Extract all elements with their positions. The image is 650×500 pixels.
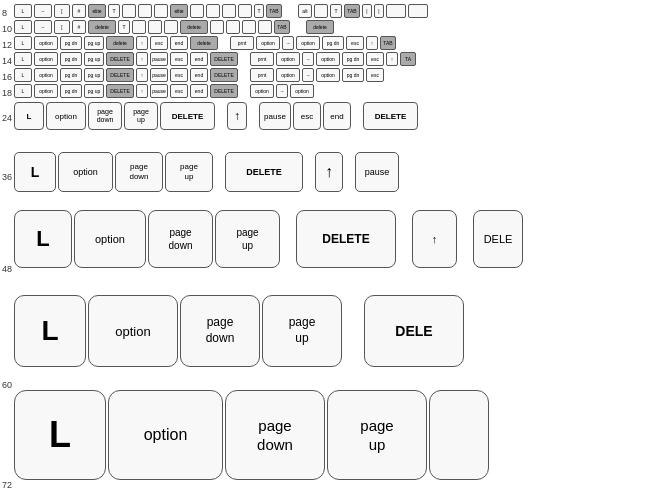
key-arr[interactable]: → [276, 84, 288, 98]
key-option[interactable]: option [46, 102, 86, 130]
key-sm4[interactable] [190, 4, 204, 18]
key-pgdn[interactable]: pagedown [115, 152, 163, 192]
key-pgdn2[interactable]: pg dn [322, 36, 344, 50]
key-print[interactable]: prnt [250, 68, 274, 82]
key-end[interactable]: end [170, 36, 188, 50]
key-option2[interactable]: option [256, 36, 280, 50]
key-delete[interactable]: DELETE [106, 52, 134, 66]
key-end[interactable]: end [190, 52, 208, 66]
key-end[interactable]: end [190, 84, 208, 98]
key-option[interactable]: option [34, 52, 58, 66]
key-L[interactable]: L [14, 210, 72, 268]
key-option[interactable]: option [88, 295, 178, 367]
key-sm5[interactable] [226, 20, 240, 34]
key-option[interactable]: option [108, 390, 223, 480]
key-t2[interactable]: T [254, 4, 264, 18]
key-print[interactable]: prnt [230, 36, 254, 50]
key-pgup[interactable]: pg up [84, 68, 104, 82]
key-pgdn[interactable]: pagedown [225, 390, 325, 480]
key-pgup[interactable]: pageup [124, 102, 158, 130]
key-pgdn[interactable]: pg dn [60, 68, 82, 82]
key-esc2[interactable]: esc [346, 36, 364, 50]
key-tab[interactable]: TAB [274, 20, 290, 34]
key-option5[interactable]: option [290, 84, 314, 98]
key-tab[interactable]: TAB [266, 4, 282, 18]
key-option3[interactable]: option [316, 68, 340, 82]
key-delete[interactable]: DELETE [296, 210, 396, 268]
key-option[interactable]: option [34, 36, 58, 50]
key-pause[interactable]: pause [150, 52, 168, 66]
key-pgdn[interactable]: pagedown [180, 295, 260, 367]
key-bar[interactable]: | [362, 4, 372, 18]
key-pause[interactable]: pause [150, 68, 168, 82]
key-delete[interactable]: DELETE [160, 102, 215, 130]
key-arr[interactable]: → [302, 68, 314, 82]
key-pgdn[interactable]: pg dn [60, 52, 82, 66]
key-arr-up2[interactable]: ↑ [386, 52, 398, 66]
key-sm3[interactable] [154, 4, 168, 18]
key-t3[interactable]: T [330, 4, 342, 18]
key-delete2[interactable]: DELETE [210, 84, 238, 98]
key-delete3[interactable]: delete [306, 20, 334, 34]
key-sm7[interactable] [238, 4, 252, 18]
key-arr[interactable]: → [302, 52, 314, 66]
key-sm1[interactable] [122, 4, 136, 18]
key-pgup[interactable]: pg up [84, 36, 104, 50]
key-pgup[interactable]: pg up [84, 52, 104, 66]
key-sm9[interactable] [408, 4, 428, 18]
key-print[interactable]: prnt [250, 52, 274, 66]
key-pause[interactable]: pause [355, 152, 399, 192]
key-hash[interactable]: # [72, 4, 86, 18]
key-bracket[interactable]: [ [54, 20, 70, 34]
key-esc[interactable]: esc [170, 84, 188, 98]
key-tab2[interactable]: TA [400, 52, 416, 66]
key-L[interactable]: L [14, 295, 86, 367]
key-sm7[interactable] [258, 20, 272, 34]
key-tab[interactable]: TAB [380, 36, 396, 50]
key-esc2[interactable]: esc [366, 52, 384, 66]
key-L[interactable]: L [14, 52, 32, 66]
key-sm1[interactable] [132, 20, 146, 34]
key-del2[interactable] [314, 4, 328, 18]
key-esc[interactable]: esc [293, 102, 321, 130]
key-arr-up[interactable]: ↑ [136, 36, 148, 50]
key-pgup[interactable]: pg up [84, 84, 104, 98]
key-delete2[interactable]: DELETE [363, 102, 418, 130]
key-option[interactable]: option [74, 210, 146, 268]
key-end[interactable]: end [323, 102, 351, 130]
key-delete-partial[interactable]: DELE [364, 295, 464, 367]
key-delete2[interactable]: delete [180, 20, 208, 34]
key-pause[interactable]: pause [150, 84, 168, 98]
key-esc2[interactable]: esc [366, 68, 384, 82]
key-sm5[interactable] [206, 4, 220, 18]
key-option[interactable]: option [34, 68, 58, 82]
key-tilde[interactable]: ~ [34, 4, 52, 18]
key-bar2[interactable]: | [374, 4, 384, 18]
key-option3[interactable]: option [316, 52, 340, 66]
key-L[interactable]: L [14, 390, 106, 480]
key-hash[interactable]: # [72, 20, 86, 34]
key-bracket[interactable]: [ [54, 4, 70, 18]
key-option2[interactable]: option [276, 68, 300, 82]
key-L[interactable]: L [14, 68, 32, 82]
key-L[interactable]: L [14, 4, 32, 18]
key-sm2[interactable] [148, 20, 162, 34]
key-arr-up[interactable]: ↑ [315, 152, 343, 192]
key-esc[interactable]: esc [170, 68, 188, 82]
key-arr-up[interactable]: ↑ [136, 68, 148, 82]
key-sm4[interactable] [210, 20, 224, 34]
key-esc[interactable]: esc [150, 36, 168, 50]
key-option2[interactable]: option [276, 52, 300, 66]
key-pgdn2[interactable]: pg dn [342, 52, 364, 66]
key-option[interactable]: option [34, 84, 58, 98]
key-t[interactable]: T [108, 4, 120, 18]
key-t[interactable]: T [118, 20, 130, 34]
key-pause[interactable]: pause [259, 102, 291, 130]
key-L[interactable]: L [14, 102, 44, 130]
key-arr-up[interactable]: ↑ [227, 102, 247, 130]
key-delete-partial[interactable]: DELE [473, 210, 523, 268]
key-sm2[interactable] [138, 4, 152, 18]
key-L[interactable]: L [14, 36, 32, 50]
key-option4[interactable]: option [250, 84, 274, 98]
key-end[interactable]: end [190, 68, 208, 82]
